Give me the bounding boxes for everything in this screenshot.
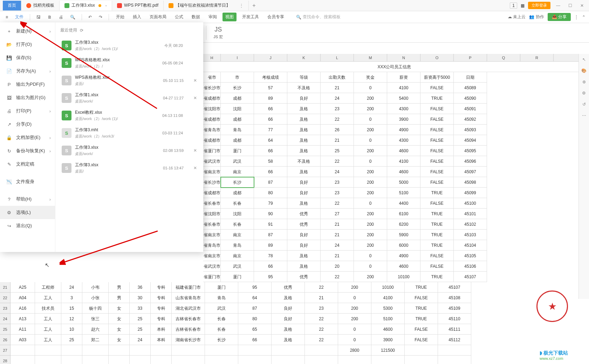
row-header[interactable]: 28 <box>0 356 11 364</box>
data-cell[interactable] <box>371 356 405 364</box>
data-cell[interactable]: 优秀 <box>287 209 321 219</box>
column-header[interactable]: R <box>520 54 554 61</box>
data-cell[interactable]: 200 <box>354 93 387 104</box>
data-cell[interactable]: TRUE <box>405 282 438 293</box>
data-cell[interactable]: 本科 <box>151 324 172 335</box>
data-cell[interactable]: 45097 <box>454 167 487 177</box>
data-cell[interactable]: 省青岛市 <box>203 125 221 135</box>
data-cell[interactable]: 87 <box>254 177 287 188</box>
data-cell[interactable]: 200 <box>338 314 371 324</box>
data-cell[interactable]: 长沙 <box>205 335 238 345</box>
data-cell[interactable]: 长沙 <box>221 83 254 93</box>
file-menu-文档定稿[interactable]: ✎文档定稿 <box>0 158 55 171</box>
more-icon[interactable]: ⋯ <box>579 110 589 121</box>
data-cell[interactable]: 0 <box>338 293 371 303</box>
data-cell[interactable]: 22 <box>321 198 354 209</box>
select-icon[interactable]: ↖ <box>579 54 589 65</box>
remove-icon[interactable]: ✕ <box>193 96 197 100</box>
data-cell[interactable]: 男 <box>109 282 130 293</box>
data-cell[interactable]: 武汉 <box>205 303 238 314</box>
data-cell[interactable]: 0 <box>354 114 387 125</box>
data-cell[interactable]: 200 <box>354 188 387 198</box>
remove-icon[interactable]: ✕ <box>193 148 197 153</box>
row-header[interactable]: 26 <box>0 335 11 345</box>
data-cell[interactable]: 24 <box>321 167 354 177</box>
data-cell[interactable]: 200 <box>354 209 387 219</box>
data-cell[interactable]: 45098 <box>454 177 487 188</box>
data-cell[interactable]: 男 <box>109 293 130 303</box>
menu-view[interactable]: 视图 <box>222 13 237 21</box>
data-cell[interactable]: 4900 <box>387 125 420 135</box>
data-cell[interactable]: 省成都市 <box>203 93 221 104</box>
new-tab-button[interactable]: + <box>249 2 259 9</box>
data-cell[interactable]: FALSE <box>420 177 454 188</box>
data-cell[interactable] <box>238 356 272 364</box>
data-cell[interactable]: TRUE <box>420 219 454 230</box>
column-header[interactable]: I <box>221 54 254 61</box>
data-cell[interactable]: 厦门 <box>221 146 254 156</box>
data-cell[interactable]: 30 <box>130 293 151 303</box>
data-cell[interactable]: 24 <box>130 335 151 345</box>
data-cell[interactable]: 省沈阳市 <box>203 209 221 219</box>
data-cell[interactable]: 200 <box>354 167 387 177</box>
data-cell[interactable]: 45108 <box>438 293 471 303</box>
data-cell[interactable]: 45100 <box>454 198 487 209</box>
data-cell[interactable]: 66 <box>238 335 272 345</box>
header-cell[interactable]: 省市 <box>203 72 221 83</box>
data-cell[interactable]: 工人 <box>35 335 61 345</box>
data-cell[interactable]: 66 <box>254 104 287 114</box>
file-menu-分享(D)[interactable]: ↗分享(D) <box>0 118 55 131</box>
menu-start[interactable]: 开始 <box>113 13 127 21</box>
data-cell[interactable]: 23 <box>305 303 338 314</box>
cloud-status[interactable]: ☁ 未上云 <box>508 14 526 20</box>
data-cell[interactable] <box>205 345 238 356</box>
data-cell[interactable]: 87 <box>238 303 272 314</box>
data-cell[interactable]: 89 <box>254 240 287 251</box>
data-cell[interactable]: 良好 <box>287 230 321 240</box>
menu-vip[interactable]: 会员专享 <box>265 13 287 21</box>
data-cell[interactable]: 200 <box>338 282 371 293</box>
data-cell[interactable] <box>272 345 305 356</box>
data-cell[interactable]: FALSE <box>420 135 454 146</box>
data-cell[interactable]: 0 <box>338 324 371 335</box>
data-cell[interactable]: 长春 <box>221 219 254 230</box>
data-cell[interactable]: 57 <box>254 83 287 93</box>
data-cell[interactable]: 0 <box>354 135 387 146</box>
ribbon-js-macro[interactable]: JSJS 宏 <box>211 25 225 40</box>
style-icon[interactable]: 🎨 <box>579 65 589 76</box>
header-cell[interactable]: 市 <box>221 72 254 83</box>
undo-icon[interactable]: ↶ <box>86 14 94 21</box>
data-cell[interactable] <box>109 356 130 364</box>
data-cell[interactable]: 45095 <box>454 146 487 156</box>
data-cell[interactable]: 山东省青岛市 <box>172 293 205 303</box>
data-cell[interactable]: 45107 <box>438 282 471 293</box>
file-menu-退出(Q)[interactable]: ↪退出(Q) <box>0 219 55 232</box>
data-cell[interactable]: 省长春市 <box>203 198 221 209</box>
data-cell[interactable]: FALSE <box>420 198 454 209</box>
data-cell[interactable]: 良好 <box>272 314 305 324</box>
data-cell[interactable]: 及格 <box>287 251 321 261</box>
share-button[interactable]: 📤 分享 <box>548 13 571 21</box>
data-cell[interactable]: 26 <box>321 125 354 135</box>
close-window-icon[interactable]: ✕ <box>578 3 586 8</box>
column-header[interactable]: H <box>203 54 221 61</box>
data-cell[interactable]: A13 <box>11 314 35 324</box>
data-cell[interactable]: 工程师 <box>35 282 61 293</box>
data-cell[interactable]: 10100 <box>371 282 405 293</box>
data-cell[interactable]: TRUE <box>420 272 454 282</box>
column-header[interactable]: J <box>254 54 287 61</box>
data-cell[interactable]: 95 <box>238 282 272 293</box>
data-cell[interactable]: TRUE <box>405 314 438 324</box>
preview-icon[interactable]: 🔍 <box>68 14 77 21</box>
data-cell[interactable]: 沈阳 <box>221 104 254 114</box>
data-cell[interactable]: 小张 <box>82 293 109 303</box>
data-cell[interactable]: 及格 <box>287 167 321 177</box>
recent-file-item[interactable]: S工作簿3.xlsx桌面/01-16 13:47✕ <box>60 159 198 177</box>
column-header[interactable]: P <box>454 54 487 61</box>
data-cell[interactable] <box>11 356 35 364</box>
data-cell[interactable] <box>35 345 61 356</box>
tab-home[interactable]: 首页 <box>3 1 21 10</box>
data-cell[interactable]: 45105 <box>454 251 487 261</box>
column-header[interactable]: O <box>420 54 454 61</box>
data-cell[interactable]: 23 <box>321 104 354 114</box>
